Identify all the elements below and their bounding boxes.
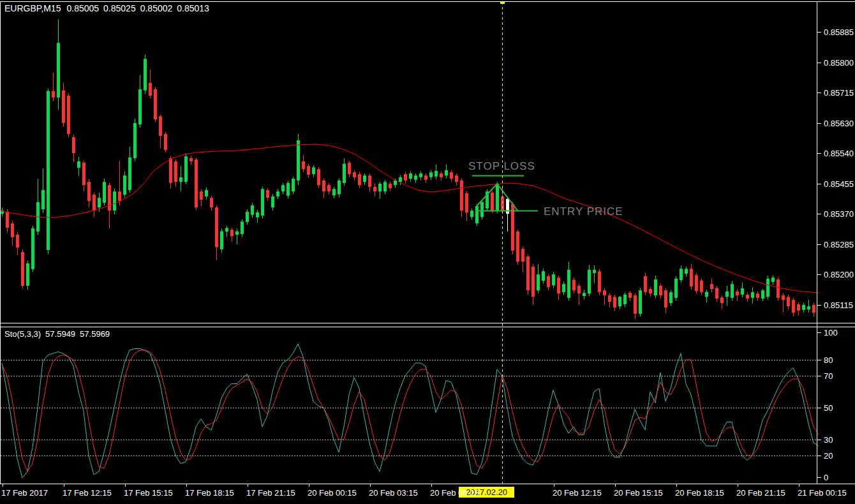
candle-body xyxy=(195,159,198,207)
candle-body xyxy=(368,175,371,187)
candle-body xyxy=(521,249,524,262)
candle-body xyxy=(639,290,642,314)
quote-high: 0.85025 xyxy=(103,3,136,13)
symbol-period-label: EURGBP,M15 xyxy=(4,3,61,13)
candle-body xyxy=(200,191,203,200)
time-axis-label: 17 Feb 21:15 xyxy=(246,488,295,498)
candle-body xyxy=(771,278,775,282)
candle-body xyxy=(128,158,131,190)
stochastic-signal-line xyxy=(2,350,819,471)
candle-body xyxy=(21,252,24,286)
candle-body xyxy=(210,198,213,207)
time-axis-label: 20 Feb 00:15 xyxy=(308,488,357,498)
candle-body xyxy=(174,161,177,182)
candle-body xyxy=(797,304,800,311)
candle-body xyxy=(343,164,346,183)
candle-body xyxy=(603,290,606,295)
candle-body xyxy=(41,190,45,209)
price-axis-label: 0.85715 xyxy=(824,88,854,98)
candle-body xyxy=(669,292,673,303)
candle-body xyxy=(435,171,438,177)
candle-body xyxy=(159,116,162,136)
candle-body xyxy=(205,190,208,196)
stoch-axis-label: 70 xyxy=(824,371,833,381)
candle-body xyxy=(256,212,259,218)
candle-body xyxy=(11,223,14,237)
candle-body xyxy=(680,269,683,280)
candle-body xyxy=(317,169,320,185)
price-axis-label: 0.85540 xyxy=(824,149,854,158)
candle-body xyxy=(297,140,300,181)
candle-body xyxy=(700,281,703,292)
candle-body xyxy=(685,269,688,274)
candle-body xyxy=(562,284,565,292)
candle-body xyxy=(123,175,126,195)
time-axis-label: 20 Feb 12:15 xyxy=(553,488,602,498)
candle-body xyxy=(113,191,116,211)
candle-body xyxy=(93,195,96,211)
candle-body xyxy=(164,134,167,150)
indicator-name-label: Sto(5,3,3) xyxy=(4,329,41,339)
candle-body xyxy=(332,189,336,195)
candle-body xyxy=(241,221,244,233)
quote-open: 0.85005 xyxy=(66,3,99,13)
chart-canvas[interactable] xyxy=(0,0,855,504)
time-axis-label: 20 Feb 06:15 xyxy=(430,488,479,498)
candle-body xyxy=(307,166,310,175)
candle-body xyxy=(761,290,764,299)
candle-body xyxy=(261,189,264,216)
candle-body xyxy=(230,230,234,236)
price-axis-label: 0.85285 xyxy=(824,240,854,249)
candle-body xyxy=(496,184,499,211)
candle-body xyxy=(751,292,754,298)
candle-body xyxy=(338,181,341,195)
candle-body xyxy=(628,293,632,298)
candle-body xyxy=(312,167,315,174)
candle-body xyxy=(807,306,810,309)
candle-body xyxy=(736,292,739,295)
candle-body xyxy=(184,156,188,182)
candle-body xyxy=(6,212,9,228)
candle-body xyxy=(480,202,484,217)
candle-body xyxy=(618,297,621,306)
candle-body xyxy=(149,83,152,96)
time-axis-label: 17 Feb 15:15 xyxy=(124,488,173,498)
time-axis-label: 17 Feb 12:15 xyxy=(63,488,112,498)
candle-body xyxy=(613,297,616,308)
indicator-signal-value: 57.5969 xyxy=(80,329,110,339)
time-axis-label: 20 Feb 15:15 xyxy=(614,488,663,498)
candle-body xyxy=(705,292,708,297)
candle-body xyxy=(725,292,729,297)
time-axis-label: 21 Feb 00:15 xyxy=(798,488,847,498)
candle-body xyxy=(623,295,627,304)
candle-body xyxy=(363,175,366,182)
candle-body xyxy=(598,271,601,292)
time-axis-label: 20 Feb 21:15 xyxy=(736,488,785,498)
candle-body xyxy=(82,163,86,185)
candle-body xyxy=(266,190,269,198)
candle-body xyxy=(327,185,331,191)
candle-body xyxy=(179,177,182,182)
candle-body xyxy=(118,191,121,201)
candle-body xyxy=(72,137,75,153)
stoch-axis-label: 0 xyxy=(824,473,828,482)
candle-body xyxy=(67,96,70,134)
candle-body xyxy=(720,297,724,303)
price-axis-label: 0.85885 xyxy=(824,27,854,37)
candle-body xyxy=(766,279,770,297)
candle-body xyxy=(557,278,560,293)
price-axis-label: 0.85630 xyxy=(824,119,854,128)
candle-body xyxy=(220,231,223,249)
candle-body xyxy=(787,297,790,306)
candle-body xyxy=(588,270,591,293)
candle-body xyxy=(572,280,576,291)
candle-body xyxy=(547,276,550,287)
candle-body xyxy=(654,279,657,295)
candle-body xyxy=(190,158,193,161)
price-axis-label: 0.85370 xyxy=(824,209,854,219)
candle-body xyxy=(644,276,647,292)
candle-body xyxy=(404,174,407,181)
price-axis-label: 0.85200 xyxy=(824,270,854,279)
candle-body xyxy=(373,187,376,191)
time-axis-label: 20 Feb 18:15 xyxy=(675,488,724,498)
